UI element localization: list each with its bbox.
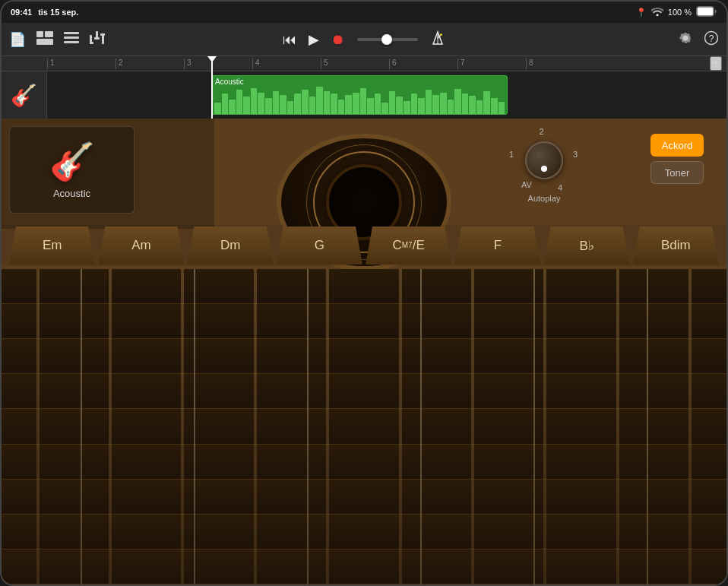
string-2 (194, 269, 195, 584)
fretboard[interactable] (2, 269, 726, 584)
timeline-ruler: 1 2 3 4 5 6 7 8 + (2, 56, 726, 71)
play-button[interactable]: ▶ (309, 33, 319, 46)
status-bar: 09:41 tis 15 sep. 📍 100 % (2, 2, 726, 23)
autoplay-knob[interactable] (525, 141, 563, 179)
dial-num-3: 3 (573, 150, 578, 159)
guitar-area: 🎸 Acoustic 1 2 3 4 AV (2, 119, 726, 584)
record-button[interactable]: ⏺ (331, 33, 345, 46)
battery-text: 100 % (668, 8, 692, 17)
svg-rect-12 (100, 33, 105, 36)
instrument-icon: 🎸 (49, 141, 95, 183)
settings-button[interactable] (678, 30, 693, 48)
dial-num-4: 4 (558, 183, 562, 192)
ruler-mark-1: 1 (47, 59, 116, 69)
autoplay-label: Autoplay (528, 194, 561, 203)
status-time: 09:41 (11, 8, 32, 17)
metronome-button[interactable] (430, 30, 445, 48)
ipad-frame: 09:41 tis 15 sep. 📍 100 % (0, 0, 728, 586)
ruler-mark-4: 4 (252, 59, 321, 69)
chord-bb[interactable]: B♭ (544, 226, 630, 264)
autoplay-area: 1 2 3 4 AV Autoplay (499, 130, 590, 229)
svg-point-16 (440, 33, 442, 36)
status-date: tis 15 sep. (38, 8, 78, 17)
ruler-mark-8: 8 (526, 59, 594, 69)
chord-row: Em Am Dm G CM7/E F B♭ Bdim (2, 225, 726, 266)
svg-rect-3 (45, 31, 53, 37)
dial-num-1: 1 (509, 150, 514, 159)
new-document-button[interactable]: 📄 (9, 33, 26, 46)
chord-g[interactable]: G (277, 226, 362, 264)
chord-bdim[interactable]: Bdim (633, 226, 719, 264)
dial-num-2: 2 (540, 127, 544, 136)
ruler-mark-7: 7 (457, 59, 526, 69)
instrument-panel: 🎸 Acoustic (2, 119, 214, 229)
add-track-button[interactable]: + (710, 56, 722, 71)
help-button[interactable]: ? (704, 30, 719, 48)
instrument-card[interactable]: 🎸 Acoustic (9, 126, 135, 214)
battery-icon (696, 6, 717, 18)
toolbar: 📄 (2, 23, 726, 56)
svg-rect-5 (64, 32, 79, 34)
svg-rect-4 (36, 39, 53, 45)
timeline-area: 1 2 3 4 5 6 7 8 + 🎸 Acoustic (2, 56, 726, 119)
chord-mode-button[interactable]: Ackord (650, 134, 704, 157)
volume-slider[interactable] (357, 38, 418, 41)
dial-num-av: AV (521, 180, 532, 189)
waveform (212, 85, 507, 114)
instrument-name: Acoustic (53, 188, 90, 199)
svg-rect-2 (36, 31, 43, 37)
track-icon: 🎸 (11, 83, 37, 108)
knob-dot (541, 166, 547, 172)
ruler-mark-6: 6 (389, 59, 457, 69)
chord-em[interactable]: Em (9, 226, 95, 264)
notes-mode-button[interactable]: Toner (650, 161, 704, 184)
chord-c[interactable]: CM7/E (366, 226, 451, 264)
track-content: Acoustic (47, 71, 726, 119)
location-icon: 📍 (636, 8, 647, 17)
chord-f[interactable]: F (454, 226, 540, 264)
svg-rect-11 (94, 37, 100, 40)
string-1 (81, 269, 82, 584)
svg-text:?: ? (709, 33, 714, 44)
string-6 (647, 269, 648, 584)
autoplay-dial-container[interactable]: 1 2 3 4 AV (514, 130, 574, 191)
rewind-button[interactable]: ⏮ (283, 33, 296, 46)
svg-rect-13 (90, 42, 93, 44)
svg-rect-7 (64, 41, 79, 43)
ruler-mark-2: 2 (116, 59, 184, 69)
ruler-mark-3: 3 (184, 59, 252, 69)
audio-clip[interactable]: Acoustic (211, 75, 508, 115)
string-lines (2, 269, 726, 584)
svg-rect-1 (698, 8, 714, 16)
chord-dm[interactable]: Dm (188, 226, 274, 264)
tracks-button[interactable] (64, 32, 79, 46)
mode-buttons: Ackord Toner (650, 134, 704, 184)
wifi-icon (651, 7, 663, 17)
track-row: 🎸 Acoustic (2, 71, 726, 119)
string-4 (420, 269, 422, 584)
string-3 (307, 269, 309, 584)
string-5 (533, 269, 535, 584)
svg-rect-6 (64, 36, 79, 39)
ruler-mark-5: 5 (321, 59, 389, 69)
playhead-marker (207, 56, 217, 62)
track-header: 🎸 (2, 71, 47, 119)
view-toggle-button[interactable] (36, 31, 53, 47)
playhead-line (211, 56, 213, 119)
mixer-button[interactable] (90, 31, 105, 47)
chord-am[interactable]: Am (98, 226, 184, 264)
